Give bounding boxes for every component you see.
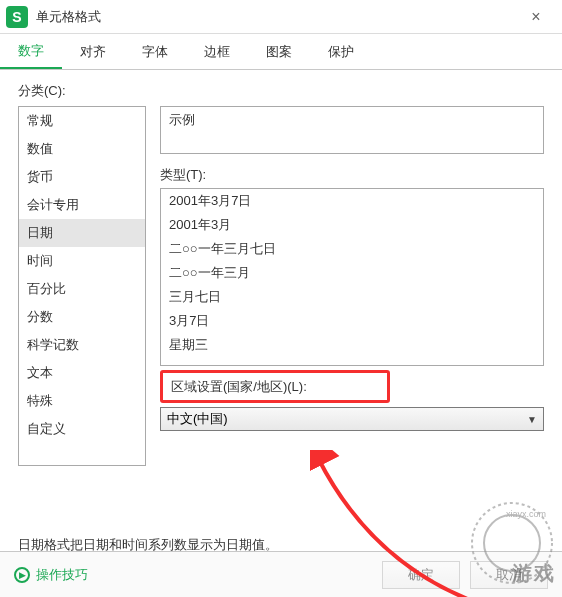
locale-select[interactable]: 中文(中国) ▼ [160, 407, 544, 431]
tab-protect[interactable]: 保护 [310, 34, 372, 69]
type-list[interactable]: 2001年3月7日 2001年3月 二○○一年三月七日 二○○一年三月 三月七日… [160, 188, 544, 366]
type-item[interactable]: 三月七日 [161, 285, 543, 309]
cat-percent[interactable]: 百分比 [19, 275, 145, 303]
tips-link[interactable]: ▶ 操作技巧 [14, 566, 88, 584]
content-area: 分类(C): 常规 数值 货币 会计专用 日期 时间 百分比 分数 科学记数 文… [0, 70, 562, 551]
type-item[interactable]: 星期三 [161, 333, 543, 357]
type-item[interactable]: 3月7日 [161, 309, 543, 333]
cat-currency[interactable]: 货币 [19, 163, 145, 191]
window-title: 单元格格式 [36, 8, 516, 26]
type-item[interactable]: 二○○一年三月 [161, 261, 543, 285]
tab-align[interactable]: 对齐 [62, 34, 124, 69]
cat-special[interactable]: 特殊 [19, 387, 145, 415]
type-label: 类型(T): [160, 166, 544, 184]
type-item[interactable]: 2001年3月7日 [161, 189, 543, 213]
sample-label: 示例 [169, 111, 535, 129]
cat-accounting[interactable]: 会计专用 [19, 191, 145, 219]
tab-font[interactable]: 字体 [124, 34, 186, 69]
tab-pattern[interactable]: 图案 [248, 34, 310, 69]
type-item[interactable]: 二○○一年三月七日 [161, 237, 543, 261]
cat-fraction[interactable]: 分数 [19, 303, 145, 331]
cat-scientific[interactable]: 科学记数 [19, 331, 145, 359]
footer: ▶ 操作技巧 确定 取消 [0, 551, 562, 597]
cancel-button[interactable]: 取消 [470, 561, 548, 589]
cat-time[interactable]: 时间 [19, 247, 145, 275]
sample-box: 示例 [160, 106, 544, 154]
right-pane: 示例 类型(T): 2001年3月7日 2001年3月 二○○一年三月七日 二○… [160, 106, 544, 466]
cat-general[interactable]: 常规 [19, 107, 145, 135]
tab-bar: 数字 对齐 字体 边框 图案 保护 [0, 34, 562, 70]
cat-text[interactable]: 文本 [19, 359, 145, 387]
chevron-down-icon: ▼ [527, 414, 537, 425]
close-button[interactable]: × [516, 0, 556, 34]
cat-custom[interactable]: 自定义 [19, 415, 145, 443]
tab-number[interactable]: 数字 [0, 34, 62, 69]
ok-button[interactable]: 确定 [382, 561, 460, 589]
category-list[interactable]: 常规 数值 货币 会计专用 日期 时间 百分比 分数 科学记数 文本 特殊 自定… [18, 106, 146, 466]
locale-value: 中文(中国) [167, 410, 228, 428]
locale-label-highlight: 区域设置(国家/地区)(L): [160, 370, 390, 403]
category-label: 分类(C): [18, 82, 544, 100]
play-icon: ▶ [14, 567, 30, 583]
tips-label: 操作技巧 [36, 566, 88, 584]
tab-border[interactable]: 边框 [186, 34, 248, 69]
type-item[interactable]: 2001年3月 [161, 213, 543, 237]
titlebar: S 单元格格式 × [0, 0, 562, 34]
locale-label: 区域设置(国家/地区)(L): [171, 379, 307, 394]
app-icon: S [6, 6, 28, 28]
cat-date[interactable]: 日期 [19, 219, 145, 247]
cat-number[interactable]: 数值 [19, 135, 145, 163]
